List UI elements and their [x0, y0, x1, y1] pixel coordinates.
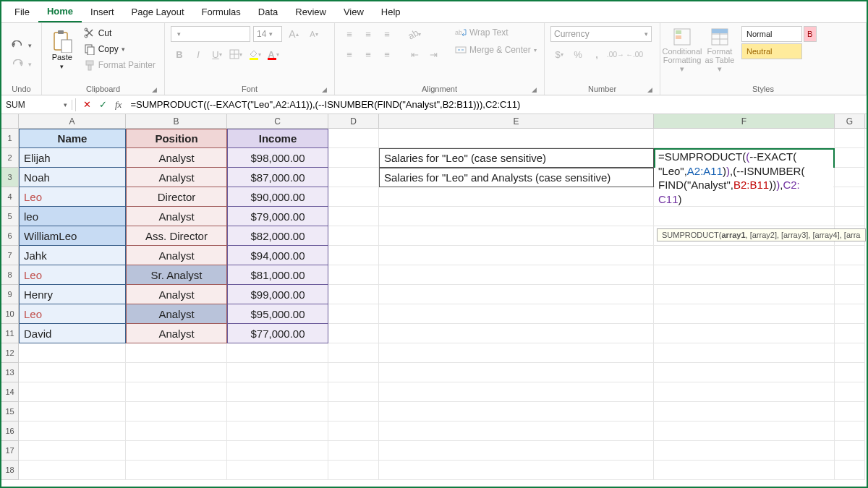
cell[interactable]	[654, 343, 835, 363]
cell[interactable]	[835, 168, 865, 187]
cell[interactable]: Analyst	[126, 148, 227, 168]
cell[interactable]	[19, 343, 126, 363]
row-header[interactable]: 14	[1, 382, 19, 402]
col-header-A[interactable]: A	[19, 114, 126, 128]
align-middle-icon[interactable]: ≡	[359, 26, 377, 42]
cut-button[interactable]: Cut	[81, 26, 158, 40]
menu-help[interactable]: Help	[373, 2, 409, 22]
font-size-combo[interactable]: 14▾	[253, 26, 282, 42]
cell[interactable]: WilliamLeo	[19, 226, 126, 246]
cell[interactable]: $81,000.00	[227, 265, 328, 285]
cell[interactable]: Henry	[19, 285, 126, 304]
cell[interactable]	[379, 207, 654, 226]
cell[interactable]: $94,000.00	[227, 246, 328, 265]
format-painter-button[interactable]: Format Painter	[81, 58, 158, 72]
number-launcher-icon[interactable]: ◢	[647, 86, 652, 93]
cell[interactable]	[835, 343, 865, 363]
format-as-table-button[interactable]: Format as Table ▾	[704, 26, 736, 74]
cell[interactable]	[379, 363, 654, 382]
cell[interactable]: $98,000.00	[227, 148, 328, 168]
cell[interactable]	[835, 148, 865, 168]
cell[interactable]	[379, 246, 654, 265]
cell[interactable]	[328, 129, 379, 148]
cell[interactable]	[328, 285, 379, 304]
row-header[interactable]: 13	[1, 363, 19, 382]
cell[interactable]: Name	[19, 129, 126, 148]
style-bad[interactable]: B	[804, 26, 817, 42]
col-header-G[interactable]: G	[835, 114, 865, 128]
row-header[interactable]: 12	[1, 343, 19, 363]
menu-data[interactable]: Data	[250, 2, 286, 22]
formula-input[interactable]	[126, 99, 867, 110]
col-header-B[interactable]: B	[126, 114, 227, 128]
cell[interactable]	[379, 461, 654, 480]
cell[interactable]	[379, 265, 654, 285]
cell[interactable]	[654, 207, 835, 226]
wrap-text-button[interactable]: abWrap Text	[452, 26, 540, 39]
cell[interactable]	[835, 265, 865, 285]
cell[interactable]: $77,000.00	[227, 324, 328, 343]
cell-editing-overlay[interactable]: =SUMPRODUCT((--EXACT( "Leo",A2:A11)),(--…	[655, 150, 833, 206]
row-header[interactable]: 9	[1, 285, 19, 304]
cell[interactable]	[227, 421, 328, 441]
cell[interactable]: Analyst	[126, 207, 227, 226]
row-header[interactable]: 17	[1, 441, 19, 461]
row-header[interactable]: 1	[1, 129, 19, 148]
cell[interactable]: David	[19, 324, 126, 343]
style-neutral[interactable]: Neutral	[741, 43, 802, 59]
cell[interactable]	[835, 187, 865, 207]
cell[interactable]	[227, 382, 328, 402]
col-header-C[interactable]: C	[227, 114, 328, 128]
cell[interactable]: Salaries for "Leo" and Analysts (case se…	[379, 168, 654, 187]
decrease-indent-icon[interactable]: ⇤	[406, 46, 423, 62]
merge-center-button[interactable]: Merge & Center ▾	[452, 43, 540, 56]
cell[interactable]	[654, 441, 835, 461]
cell[interactable]: Sr. Analyst	[126, 265, 227, 285]
cell[interactable]	[19, 441, 126, 461]
undo-button[interactable]: ▾	[8, 39, 35, 52]
cell[interactable]	[835, 246, 865, 265]
menu-formulas[interactable]: Formulas	[193, 2, 250, 22]
cell[interactable]	[654, 265, 835, 285]
font-color-button[interactable]: A▾	[265, 46, 282, 62]
cell[interactable]: Director	[126, 187, 227, 207]
comma-format-icon[interactable]: ,	[588, 46, 605, 62]
accept-formula-button[interactable]: ✓	[95, 99, 111, 110]
row-header[interactable]: 16	[1, 421, 19, 441]
row-header[interactable]: 6	[1, 226, 19, 246]
cell[interactable]: Income	[227, 129, 328, 148]
name-box[interactable]: SUM▾	[1, 100, 72, 110]
paste-button[interactable]: Paste▾	[48, 26, 77, 74]
row-header[interactable]: 18	[1, 461, 19, 480]
decrease-decimal-icon[interactable]: ←.00	[626, 46, 643, 62]
style-normal[interactable]: Normal	[741, 26, 802, 42]
cell-styles-gallery[interactable]: Normal B Neutral	[741, 26, 817, 59]
bold-button[interactable]: B	[171, 46, 188, 62]
cell[interactable]	[835, 421, 865, 441]
alignment-launcher-icon[interactable]: ◢	[532, 86, 537, 93]
cell[interactable]	[227, 461, 328, 480]
cell[interactable]	[379, 285, 654, 304]
cell[interactable]	[835, 363, 865, 382]
accounting-format-icon[interactable]: $▾	[550, 46, 568, 62]
cell[interactable]: Analyst	[126, 285, 227, 304]
orientation-icon[interactable]: ab▾	[406, 26, 423, 42]
cell[interactable]	[328, 246, 379, 265]
row-header[interactable]: 8	[1, 265, 19, 285]
cell[interactable]	[19, 402, 126, 421]
cell[interactable]: $95,000.00	[227, 304, 328, 324]
cell[interactable]	[126, 402, 227, 421]
cell[interactable]	[126, 363, 227, 382]
cell[interactable]	[379, 187, 654, 207]
col-header-F[interactable]: F	[654, 114, 835, 128]
cell[interactable]: leo	[19, 207, 126, 226]
cell[interactable]	[379, 129, 654, 148]
conditional-formatting-button[interactable]: Conditional Formatting ▾	[666, 26, 698, 74]
cell[interactable]	[654, 285, 835, 304]
row-header[interactable]: 3	[1, 168, 19, 187]
cell[interactable]	[328, 363, 379, 382]
cell[interactable]: Elijah	[19, 148, 126, 168]
cell[interactable]	[835, 285, 865, 304]
menu-page-layout[interactable]: Page Layout	[123, 2, 193, 22]
menu-home[interactable]: Home	[38, 1, 82, 22]
